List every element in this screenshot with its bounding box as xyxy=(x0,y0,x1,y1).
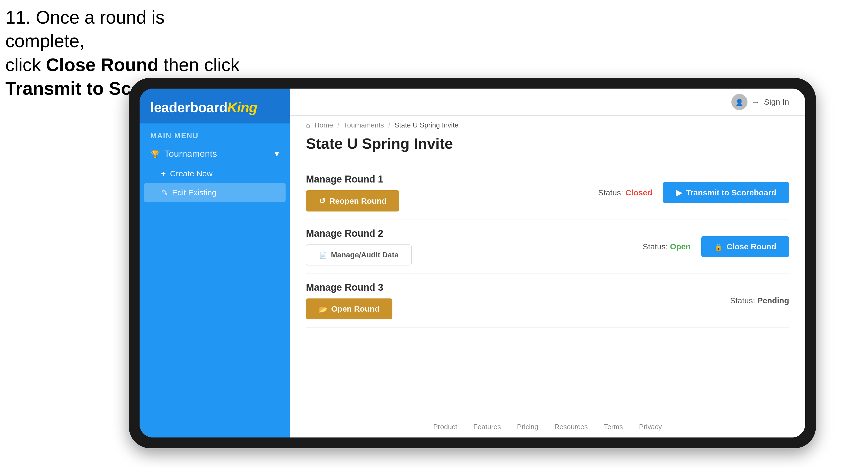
create-new-label: Create New xyxy=(170,169,213,178)
app-layout: leaderboardKing MAIN MENU Tournaments Cr… xyxy=(140,89,805,437)
trophy-icon xyxy=(150,148,160,159)
logo-text: leaderboardKing xyxy=(150,99,279,116)
round-2-right: Status: Open Close Round xyxy=(643,236,789,257)
sidebar-item-tournaments[interactable]: Tournaments xyxy=(140,143,290,164)
manage-audit-label: Manage/Audit Data xyxy=(331,251,399,259)
tournaments-label: Tournaments xyxy=(164,148,217,159)
logo-leaderboard: leaderboard xyxy=(150,100,227,115)
tournaments-item-left: Tournaments xyxy=(150,148,217,159)
footer: Product Features Pricing Resources Terms… xyxy=(290,416,805,437)
home-icon xyxy=(306,121,310,129)
page-title: State U Spring Invite xyxy=(290,132,805,160)
round-2-row: Manage Round 2 Manage/Audit Data Status:… xyxy=(306,220,789,274)
footer-privacy[interactable]: Privacy xyxy=(639,423,662,431)
round-3-status-value: Pending xyxy=(757,296,789,305)
sidebar: leaderboardKing MAIN MENU Tournaments Cr… xyxy=(140,89,290,437)
breadcrumb-sep1: / xyxy=(337,121,339,129)
edit-existing-label: Edit Existing xyxy=(172,188,216,197)
manage-audit-button[interactable]: Manage/Audit Data xyxy=(306,245,412,266)
round-2-status-label: Status: Open xyxy=(643,242,690,251)
breadcrumb-current: State U Spring Invite xyxy=(395,121,458,129)
footer-product[interactable]: Product xyxy=(433,423,457,431)
close-round-label: Close Round xyxy=(726,242,776,251)
round-3-right: Status: Pending xyxy=(730,296,789,305)
transmit-scoreboard-button[interactable]: Transmit to Scoreboard xyxy=(663,182,789,203)
sidebar-logo: leaderboardKing xyxy=(140,89,290,123)
open-icon xyxy=(319,304,328,313)
round-3-status-label: Status: Pending xyxy=(730,296,789,305)
transmit-scoreboard-label: Transmit to Scoreboard xyxy=(686,188,776,197)
tablet-screen: leaderboardKing MAIN MENU Tournaments Cr… xyxy=(140,89,805,437)
instruction-line2-suffix: then click xyxy=(158,55,240,75)
round-2-title: Manage Round 2 xyxy=(306,228,412,239)
round-1-left: Manage Round 1 Reopen Round xyxy=(306,174,399,212)
breadcrumb-sep2: / xyxy=(389,121,390,129)
close-round-button[interactable]: Close Round xyxy=(701,236,789,257)
breadcrumb: Home / Tournaments / State U Spring Invi… xyxy=(290,116,805,132)
avatar xyxy=(732,94,747,110)
reopen-icon xyxy=(319,196,326,206)
logo-king: King xyxy=(227,100,257,115)
footer-terms[interactable]: Terms xyxy=(604,423,623,431)
round-1-title: Manage Round 1 xyxy=(306,174,399,185)
round-2-left: Manage Round 2 Manage/Audit Data xyxy=(306,228,412,266)
round-3-left: Manage Round 3 Open Round xyxy=(306,282,393,319)
footer-resources[interactable]: Resources xyxy=(555,423,588,431)
signin-arrow-icon xyxy=(752,97,760,106)
round-1-row: Manage Round 1 Reopen Round Status: Clos… xyxy=(306,165,789,220)
footer-pricing[interactable]: Pricing xyxy=(517,423,538,431)
round-3-row: Manage Round 3 Open Round Status: Pendin… xyxy=(306,274,789,328)
sign-in-area[interactable]: Sign In xyxy=(732,94,789,110)
main-menu-label: MAIN MENU xyxy=(140,123,290,143)
instruction-number: 11. xyxy=(5,7,31,27)
plus-icon xyxy=(161,169,166,178)
sign-in-label: Sign In xyxy=(764,97,789,106)
breadcrumb-tournaments[interactable]: Tournaments xyxy=(344,121,384,129)
round-2-status-value: Open xyxy=(670,242,690,251)
footer-features[interactable]: Features xyxy=(473,423,501,431)
round-1-right: Status: Closed Transmit to Scoreboard xyxy=(598,182,789,203)
tablet-device: leaderboardKing MAIN MENU Tournaments Cr… xyxy=(129,78,816,448)
sidebar-subitem-edit-existing[interactable]: Edit Existing xyxy=(144,183,286,202)
instruction-line2-prefix: click xyxy=(5,55,46,75)
close-icon xyxy=(714,242,723,251)
header-bar: Sign In xyxy=(290,89,805,116)
chevron-down-icon xyxy=(275,148,279,159)
open-round-label: Open Round xyxy=(331,304,379,313)
user-icon xyxy=(736,98,743,106)
transmit-icon xyxy=(676,188,682,197)
breadcrumb-home[interactable]: Home xyxy=(315,121,333,129)
reopen-round-label: Reopen Round xyxy=(329,196,386,206)
sidebar-subitem-create-new[interactable]: Create New xyxy=(140,164,290,183)
instruction-bold1: Close Round xyxy=(46,55,158,75)
doc-icon xyxy=(319,251,327,259)
edit-icon xyxy=(161,188,168,197)
main-content: Sign In Home / Tournaments / State U Spr… xyxy=(290,89,805,437)
content-area: Manage Round 1 Reopen Round Status: Clos… xyxy=(290,160,805,416)
round-1-status-value: Closed xyxy=(625,188,652,197)
round-1-status-label: Status: Closed xyxy=(598,188,652,197)
round-3-title: Manage Round 3 xyxy=(306,282,393,293)
open-round-button[interactable]: Open Round xyxy=(306,299,393,319)
reopen-round-button[interactable]: Reopen Round xyxy=(306,190,399,212)
